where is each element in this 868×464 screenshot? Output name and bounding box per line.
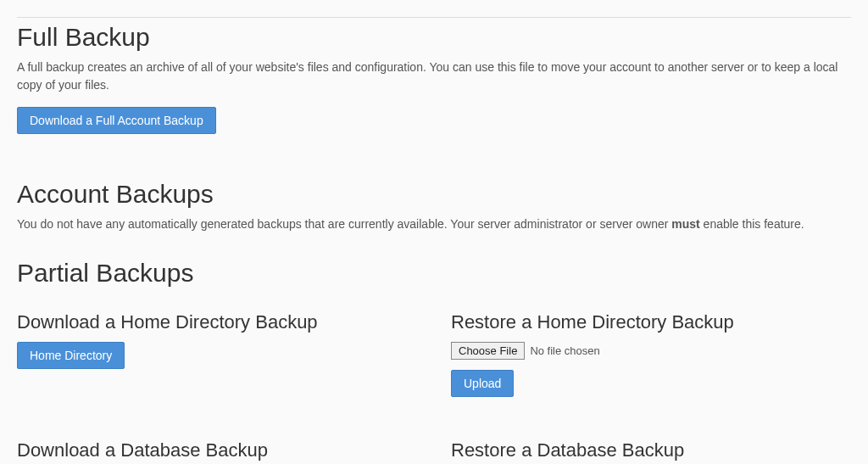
- restore-home-upload-button[interactable]: Upload: [451, 370, 514, 397]
- account-backups-text-after: enable this feature.: [700, 217, 804, 231]
- download-db-column: Download a Database Backup Databases: [17, 422, 417, 464]
- restore-home-heading: Restore a Home Directory Backup: [451, 311, 851, 333]
- download-home-heading: Download a Home Directory Backup: [17, 311, 417, 333]
- restore-home-choose-file-button[interactable]: Choose File: [451, 342, 525, 360]
- account-backups-heading: Account Backups: [17, 180, 851, 209]
- download-db-heading: Download a Database Backup: [17, 439, 417, 461]
- full-backup-description: A full backup creates an archive of all …: [17, 59, 851, 94]
- restore-home-file-input: Choose File No file chosen: [451, 342, 851, 360]
- restore-home-column: Restore a Home Directory Backup Choose F…: [451, 294, 851, 397]
- full-backup-heading: Full Backup: [17, 23, 851, 52]
- download-full-backup-button[interactable]: Download a Full Account Backup: [17, 107, 216, 134]
- account-backups-description: You do not have any automatically genera…: [17, 215, 851, 233]
- restore-home-file-status: No file chosen: [530, 344, 599, 357]
- download-home-directory-button[interactable]: Home Directory: [17, 342, 125, 369]
- account-backups-text-before: You do not have any automatically genera…: [17, 217, 671, 231]
- partial-backups-section: Partial Backups Download a Home Director…: [17, 259, 851, 464]
- account-backups-text-bold: must: [671, 217, 699, 231]
- top-divider: [17, 17, 851, 18]
- full-backup-section: Full Backup A full backup creates an arc…: [17, 23, 851, 134]
- restore-db-heading: Restore a Database Backup: [451, 439, 851, 461]
- download-home-column: Download a Home Directory Backup Home Di…: [17, 294, 417, 397]
- restore-db-column: Restore a Database Backup Choose File No…: [451, 422, 851, 464]
- account-backups-section: Account Backups You do not have any auto…: [17, 180, 851, 233]
- partial-backups-heading: Partial Backups: [17, 259, 851, 288]
